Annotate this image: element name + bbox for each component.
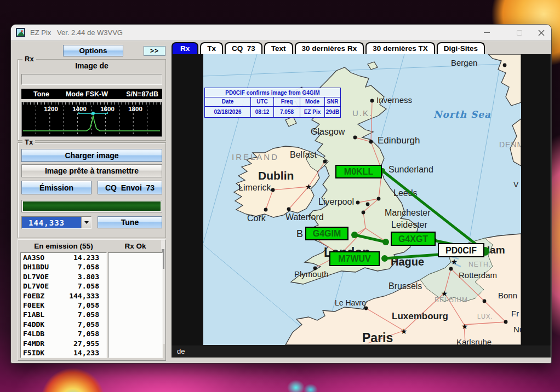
mode-label: Mode FSK-W — [66, 90, 108, 98]
station-row[interactable]: F4MDR27,955 — [21, 339, 106, 348]
rx-group: Rx Image de Tone Mode FSK-W S/N=87dB 120… — [18, 59, 166, 141]
snr-label: S/N=87dB — [126, 90, 158, 98]
map-city-label: Leidester — [391, 220, 427, 229]
map-city-label: Waterford — [285, 212, 324, 222]
map-capital-star: ★ — [441, 289, 448, 298]
window-titlebar: EZ Pix Ver. 2.44 de W3VVG — [11, 25, 551, 41]
confirmation-headers: DateUTCFreqModeSNR — [205, 97, 340, 107]
station-row[interactable]: F4LDB7,058 — [21, 329, 106, 338]
map-station-callsign: M7WUV — [338, 254, 371, 263]
image-ready-button[interactable]: Image prête à transmettre — [21, 164, 162, 177]
map-city-dot — [377, 197, 381, 201]
station-frequency: 7,058 — [78, 320, 99, 329]
station-callsign: DH1BDU — [23, 262, 49, 272]
station-callsign: AA3SO — [23, 253, 44, 262]
rx-stations-list[interactable] — [108, 252, 163, 358]
maximize-button[interactable] — [511, 25, 528, 41]
map-city-dot — [449, 267, 453, 271]
station-row[interactable]: DL7VOE3.803 — [21, 272, 106, 281]
spectrum-tune-marker — [92, 112, 95, 115]
version-text: Ver. 2.44 de W3VVG — [57, 28, 123, 37]
station-callsign: F1ABL — [23, 310, 44, 319]
combo-dropdown-button[interactable] — [81, 217, 91, 228]
map-capital-star: ★ — [305, 182, 312, 191]
map-image: IRELANDU.K.DENMARKNETH.BELGIUMLUX.North … — [203, 54, 521, 345]
map-region-label: U.K. — [352, 108, 373, 118]
station-row[interactable]: DH1BDU7.058 — [21, 262, 106, 272]
station-callsign: DL7VOE — [23, 272, 49, 281]
confirmation-header-cell: Mode — [300, 97, 325, 106]
map-city-label: Sunderland — [388, 165, 433, 174]
station-callsign: F4LDB — [23, 329, 44, 338]
close-icon[interactable] — [533, 25, 550, 41]
station-frequency: 27,955 — [73, 339, 99, 348]
map-station-callsign: PD0CIF — [445, 246, 477, 255]
confirmation-value-cell: 02/18/2026 — [205, 107, 251, 117]
image-from-field[interactable] — [21, 74, 162, 85]
map-station-label: G4XGT — [391, 232, 435, 245]
map-city-dot — [504, 320, 508, 324]
options-button[interactable]: Options — [63, 45, 123, 56]
confirmation-table: PD0CIF confirms image from G4GIM DateUTC… — [204, 88, 341, 118]
transmit-button[interactable]: Émission — [21, 181, 92, 194]
map-city-label: Plymouth — [294, 269, 329, 279]
map-sea-label: North Sea — [433, 109, 491, 120]
map-city-dot — [264, 208, 268, 212]
station-row[interactable]: F0EEK7,058 — [21, 301, 106, 310]
map-city-label: V — [513, 180, 519, 189]
confirmation-header-cell: Freq — [274, 97, 300, 106]
map-city-dot — [370, 99, 374, 103]
station-callsign: F4DDK — [23, 320, 44, 329]
station-row[interactable]: F1ABL7.058 — [21, 310, 106, 319]
tab-digi-sites[interactable]: Digi-Sites — [437, 42, 485, 54]
spectrum-freq-label: 1800 — [128, 106, 142, 112]
tab-30-derni-res-tx[interactable]: 30 dernières TX — [365, 42, 435, 54]
map-station-label: G4GIM — [306, 227, 348, 240]
map-city-label: Bonn — [498, 291, 517, 300]
app-window: EZ Pix Ver. 2.44 de W3VVG Options >> Rx … — [11, 25, 551, 363]
tab-rx[interactable]: Rx — [172, 42, 198, 54]
map-region-label: LUX. — [477, 313, 493, 320]
station-row[interactable]: DL7VOE7.058 — [21, 281, 106, 291]
map-capital-star: ★ — [461, 322, 468, 331]
station-row[interactable]: F4DDK7,058 — [21, 320, 106, 329]
frequency-combobox[interactable]: 144,333 — [21, 216, 92, 229]
confirmation-header-cell: Date — [205, 97, 251, 106]
tab-text[interactable]: Text — [264, 42, 293, 54]
map-capital-star: ★ — [401, 327, 408, 336]
tune-button[interactable]: Tune — [98, 216, 162, 228]
tone-label: Tone — [33, 90, 49, 98]
spectrum-display: 1200140016001800 — [21, 102, 162, 137]
map-city-label: Le Havre — [335, 298, 366, 307]
map-station-label: PD0CIF — [438, 244, 484, 257]
cq-send-button[interactable]: CQ Envoi 73 — [98, 181, 162, 194]
tab-tx[interactable]: Tx — [200, 42, 223, 54]
tx-stations-list[interactable]: AA3SO14.233DH1BDU7.058DL7VOE3.803DL7VOE7… — [20, 252, 107, 358]
station-frequency: 7,058 — [78, 329, 99, 338]
station-callsign: F4MDR — [23, 339, 44, 348]
station-row[interactable]: F0EBZ144,333 — [21, 291, 106, 301]
map-city-label: Luxembourg — [392, 311, 448, 321]
tab-cq-73[interactable]: CQ 73 — [225, 42, 262, 54]
tx-stations-header: En emission (55) — [20, 242, 107, 250]
station-callsign: F0EEK — [23, 301, 44, 310]
map-city-label: Paris — [362, 331, 393, 345]
load-image-button[interactable]: Charger image — [21, 149, 162, 162]
tab-30-derni-res-rx[interactable]: 30 dernières Rx — [295, 42, 364, 54]
tx-group: Tx Charger image Image prête à transmett… — [18, 142, 166, 238]
station-row[interactable]: F5IDK14,233 — [21, 348, 106, 358]
map-station-callsign: G4XGT — [398, 234, 428, 244]
confirmation-value-cell: EZ Pix — [300, 107, 325, 117]
map-link-node — [351, 232, 358, 238]
map-city-label: Dublin — [258, 169, 294, 182]
map-city-label: Brussels — [388, 281, 422, 291]
station-row[interactable]: AA3SO14.233 — [21, 253, 106, 262]
map-city-dot — [356, 201, 360, 205]
map-region-label: NETH. — [468, 261, 491, 268]
confirmation-value-cell: 29dB — [325, 107, 340, 117]
map-city-dot — [503, 64, 507, 67]
expand-button[interactable]: >> — [144, 46, 165, 56]
station-frequency: 7,058 — [78, 301, 99, 310]
minimize-button[interactable] — [478, 25, 495, 41]
frequency-value[interactable]: 144,333 — [22, 217, 81, 228]
